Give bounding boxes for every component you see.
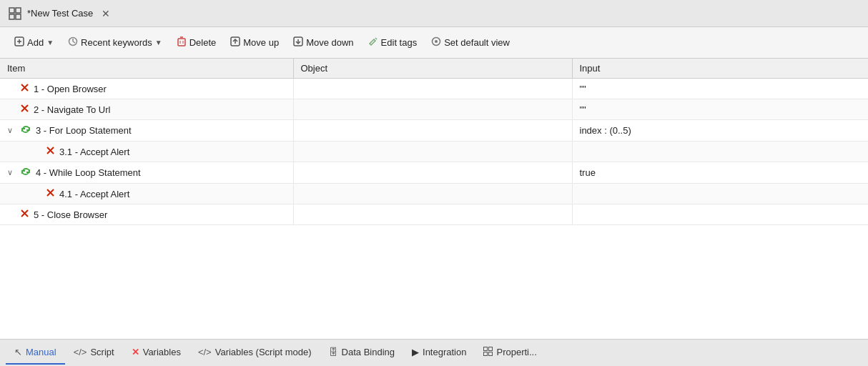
tab-manual[interactable]: ↖ Manual bbox=[6, 341, 65, 365]
expand-arrow[interactable]: ∨ bbox=[7, 126, 16, 135]
svg-rect-2 bbox=[9, 14, 14, 19]
item-label: 2 - Navigate To Url bbox=[34, 104, 110, 115]
col-header-object: Object bbox=[293, 59, 572, 79]
cell-object bbox=[293, 120, 572, 142]
edit-tags-icon bbox=[368, 36, 378, 49]
cell-input: "" bbox=[572, 99, 868, 120]
title-close-icon[interactable]: ✕ bbox=[102, 8, 110, 19]
delete-label: Delete bbox=[189, 37, 217, 48]
add-icon bbox=[14, 36, 24, 49]
delete-button[interactable]: Delete bbox=[171, 34, 222, 51]
move-up-icon bbox=[230, 36, 240, 49]
table-row[interactable]: 4.1 - Accept Alert bbox=[0, 184, 868, 204]
cell-input: "" bbox=[572, 79, 868, 99]
expand-arrow[interactable]: ∨ bbox=[7, 168, 16, 177]
tab-variables-script-label: Variables (Script mode) bbox=[215, 347, 312, 357]
add-dropdown-arrow: ▼ bbox=[46, 39, 54, 46]
table-row[interactable]: ∨ 3 - For Loop Statementindex : (0..5) bbox=[0, 120, 868, 142]
variables-icon: ✕ bbox=[132, 347, 139, 357]
cell-input bbox=[572, 204, 868, 225]
table-row[interactable]: 2 - Navigate To Url"" bbox=[0, 99, 868, 120]
tab-properties-label: Properti... bbox=[496, 347, 536, 357]
data-binding-icon: 🗄 bbox=[329, 347, 338, 357]
recent-dropdown-arrow: ▼ bbox=[155, 39, 162, 46]
table-row[interactable]: 5 - Close Browser bbox=[0, 204, 868, 225]
edit-tags-label: Edit tags bbox=[381, 37, 418, 48]
set-default-view-button[interactable]: Set default view bbox=[425, 34, 516, 51]
tab-variables-script[interactable]: </> Variables (Script mode) bbox=[189, 341, 320, 365]
remove-icon bbox=[20, 104, 29, 115]
cell-item: 3.1 - Accept Alert bbox=[0, 142, 293, 162]
tab-integration-label: Integration bbox=[423, 347, 466, 357]
remove-icon bbox=[20, 83, 29, 94]
cell-item: 2 - Navigate To Url bbox=[0, 99, 293, 120]
recent-keywords-button[interactable]: Recent keywords ▼ bbox=[62, 34, 168, 51]
script-icon: </> bbox=[74, 347, 87, 357]
item-label: 4 - While Loop Statement bbox=[36, 167, 141, 178]
table-row[interactable]: 3.1 - Accept Alert bbox=[0, 142, 868, 162]
set-default-view-label: Set default view bbox=[444, 37, 510, 48]
cell-input bbox=[572, 184, 868, 204]
table-row[interactable]: ∨ 4 - While Loop Statementtrue bbox=[0, 162, 868, 184]
test-case-table: Item Object Input 1 - Open Browser"" 2 -… bbox=[0, 59, 868, 339]
tab-variables[interactable]: ✕ Variables bbox=[123, 341, 189, 365]
svg-rect-32 bbox=[489, 347, 493, 350]
item-label: 3.1 - Accept Alert bbox=[59, 147, 129, 157]
item-label: 5 - Close Browser bbox=[34, 209, 107, 220]
cell-object bbox=[293, 184, 572, 204]
svg-rect-33 bbox=[484, 352, 488, 355]
svg-line-9 bbox=[73, 41, 75, 43]
svg-rect-0 bbox=[9, 8, 14, 13]
add-label: Add bbox=[27, 37, 44, 48]
cell-object bbox=[293, 99, 572, 120]
set-default-view-icon bbox=[431, 36, 441, 49]
cell-item: 4.1 - Accept Alert bbox=[0, 184, 293, 204]
toolbar: Add ▼ Recent keywords ▼ Delete bbox=[0, 27, 868, 59]
move-up-button[interactable]: Move up bbox=[225, 34, 285, 51]
cell-item: 5 - Close Browser bbox=[0, 204, 293, 225]
title-bar: *New Test Case ✕ bbox=[0, 0, 868, 27]
loop-icon bbox=[20, 167, 31, 179]
add-button[interactable]: Add ▼ bbox=[9, 34, 59, 51]
recent-icon bbox=[68, 36, 78, 49]
page-title: *New Test Case bbox=[27, 8, 93, 19]
integration-icon: ▶ bbox=[412, 347, 419, 357]
edit-tags-button[interactable]: Edit tags bbox=[363, 34, 423, 51]
move-down-label: Move down bbox=[306, 37, 353, 48]
remove-icon bbox=[46, 146, 55, 157]
col-header-input: Input bbox=[572, 59, 868, 79]
svg-rect-1 bbox=[16, 8, 21, 13]
tab-script[interactable]: </> Script bbox=[65, 341, 123, 365]
item-label: 3 - For Loop Statement bbox=[36, 125, 132, 136]
tab-data-binding[interactable]: 🗄 Data Binding bbox=[320, 341, 403, 365]
tab-variables-label: Variables bbox=[143, 347, 181, 357]
tab-manual-label: Manual bbox=[26, 347, 56, 357]
remove-icon bbox=[20, 209, 29, 220]
tab-integration[interactable]: ▶ Integration bbox=[403, 341, 475, 365]
cell-object bbox=[293, 142, 572, 162]
cell-object bbox=[293, 204, 572, 225]
col-header-item: Item bbox=[0, 59, 293, 79]
cell-object bbox=[293, 162, 572, 184]
cell-input: index : (0..5) bbox=[572, 120, 868, 142]
svg-rect-34 bbox=[489, 352, 493, 355]
delete-icon bbox=[177, 36, 187, 49]
title-bar-icon bbox=[9, 7, 21, 20]
recent-keywords-label: Recent keywords bbox=[81, 37, 152, 48]
svg-point-20 bbox=[435, 40, 438, 43]
properties-icon bbox=[483, 347, 493, 358]
variables-script-icon: </> bbox=[198, 347, 212, 357]
svg-rect-31 bbox=[484, 347, 488, 350]
tab-properties[interactable]: Properti... bbox=[475, 341, 545, 365]
remove-icon bbox=[46, 188, 55, 199]
tab-script-label: Script bbox=[90, 347, 114, 357]
svg-rect-3 bbox=[16, 14, 21, 19]
loop-icon bbox=[20, 124, 31, 137]
cell-item: ∨ 3 - For Loop Statement bbox=[0, 120, 293, 142]
cell-input bbox=[572, 142, 868, 162]
table-row[interactable]: 1 - Open Browser"" bbox=[0, 79, 868, 99]
move-down-button[interactable]: Move down bbox=[287, 34, 359, 51]
cell-input: true bbox=[572, 162, 868, 184]
svg-line-18 bbox=[375, 38, 377, 39]
svg-rect-10 bbox=[178, 39, 185, 46]
